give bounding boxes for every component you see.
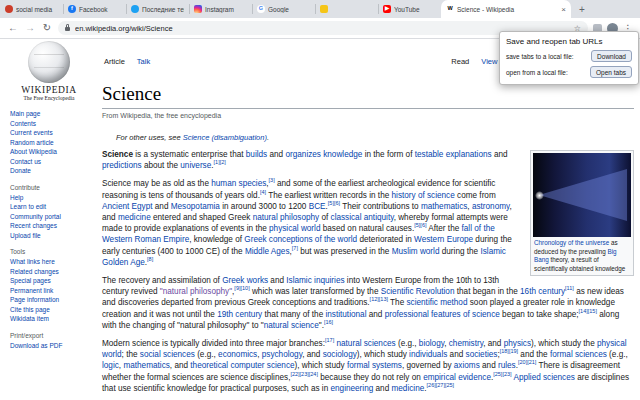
wiki-link[interactable]: organizes knowledge — [285, 150, 362, 159]
sidebar-link[interactable]: Learn to edit — [10, 202, 88, 212]
wiki-link[interactable]: history of science — [392, 191, 455, 200]
sidebar-link[interactable]: Contents — [10, 119, 88, 129]
wiki-link[interactable]: formal systems — [347, 361, 402, 370]
universe-chronology-image[interactable] — [533, 153, 631, 237]
popup-button-download[interactable]: Download — [591, 50, 632, 62]
wiki-link[interactable]: natural sciences — [336, 339, 395, 348]
tab-close-icon[interactable]: × — [561, 5, 566, 14]
reference-link[interactable]: [14] — [579, 308, 588, 314]
wiki-link[interactable]: sociology — [323, 350, 357, 359]
new-tab-button[interactable]: + — [575, 2, 589, 16]
wiki-link[interactable]: natural philosophy — [253, 213, 319, 222]
sidebar-link[interactable]: Main page — [10, 109, 88, 119]
sidebar-link[interactable]: Page information — [10, 295, 88, 305]
popup-button-open-tabs[interactable]: Open tabs — [590, 66, 632, 78]
wiki-link[interactable]: psychology — [262, 350, 302, 359]
browser-tab[interactable]: Последние темы / Тви — [126, 0, 189, 18]
reference-link[interactable]: [27] — [436, 382, 445, 388]
wiki-link[interactable]: Greek works — [222, 276, 268, 285]
reference-link[interactable]: [24] — [309, 371, 318, 377]
reference-link[interactable]: [11] — [565, 286, 574, 292]
page-tab-article[interactable]: Article — [104, 57, 125, 66]
wiki-link[interactable]: physical world — [269, 224, 320, 233]
wiki-link[interactable]: engineering — [330, 384, 373, 393]
wiki-link[interactable]: mathematics — [421, 202, 467, 211]
sidebar-link[interactable]: Special pages — [10, 276, 88, 286]
sidebar-link[interactable]: About Wikipedia — [10, 147, 88, 157]
wiki-link[interactable]: theoretical computer science — [190, 361, 294, 370]
wiki-link[interactable]: Chronology of the universe — [534, 239, 609, 246]
wiki-link[interactable]: Scientific Revolution — [381, 287, 455, 296]
wiki-link[interactable]: scientific method — [407, 298, 468, 307]
wiki-link[interactable]: Western Europe — [414, 235, 473, 244]
reference-link[interactable]: [15] — [588, 308, 597, 314]
sidebar-link[interactable]: Current events — [10, 128, 88, 138]
wiki-link[interactable]: Science (disambiguation) — [183, 133, 267, 142]
reference-link[interactable]: [17] — [325, 337, 334, 343]
reference-link[interactable]: [2] — [220, 159, 226, 165]
wiki-link[interactable]: chemistry — [449, 339, 483, 348]
reference-link[interactable]: [21] — [527, 360, 536, 366]
wiki-link[interactable]: astronomy — [472, 202, 510, 211]
sidebar-link[interactable]: Community portal — [10, 212, 88, 222]
reference-link[interactable]: [22] — [290, 371, 299, 377]
reload-button[interactable]: ↻ — [41, 23, 53, 33]
wiki-link[interactable]: empirical evidence — [423, 373, 491, 382]
wiki-link[interactable]: Greek conceptions of the world — [244, 235, 357, 244]
url-text[interactable]: en.wikipedia.org/wiki/Science — [75, 24, 569, 33]
wiki-link[interactable]: BCE — [309, 202, 326, 211]
wiki-link[interactable]: Islamic inquiries — [286, 276, 344, 285]
wiki-link[interactable]: rules — [498, 361, 516, 370]
sidebar-link[interactable]: Permanent link — [10, 286, 88, 296]
wiki-link[interactable]: 19th century — [217, 310, 262, 319]
back-button[interactable]: ← — [7, 23, 19, 33]
sidebar-link[interactable]: What links here — [10, 257, 88, 267]
wiki-link[interactable]: individuals — [409, 350, 447, 359]
wiki-link[interactable]: physics — [504, 339, 531, 348]
wiki-link[interactable]: professional features of science — [385, 310, 500, 319]
wiki-link[interactable]: builds — [246, 150, 267, 159]
reference-link[interactable]: [20] — [518, 360, 527, 366]
wiki-link[interactable]: institutional — [325, 310, 366, 319]
wiki-link[interactable]: Ancient Egypt — [102, 202, 153, 211]
sidebar-link[interactable]: Random article — [10, 138, 88, 148]
browser-tab[interactable]: social media — [0, 0, 63, 18]
wiki-link[interactable]: human species — [211, 179, 266, 188]
wiki-link[interactable]: economics — [218, 350, 257, 359]
wiki-link[interactable]: Mesopotamia — [171, 202, 220, 211]
reference-link[interactable]: [19] — [509, 349, 518, 355]
wiki-link[interactable]: "natural philosophy" — [160, 287, 232, 296]
wiki-link[interactable]: biology — [419, 339, 444, 348]
wiki-link[interactable]: medicine — [118, 213, 151, 222]
wikipedia-globe-logo[interactable] — [28, 41, 70, 83]
page-tab-talk[interactable]: Talk — [137, 57, 150, 66]
wiki-link[interactable]: social sciences — [140, 350, 195, 359]
reference-link[interactable]: [23] — [300, 371, 309, 377]
wiki-link[interactable]: natural science — [264, 321, 319, 330]
forward-button[interactable]: → — [24, 23, 36, 33]
wiki-link[interactable]: axioms — [454, 361, 480, 370]
wiki-link[interactable]: 16th century — [520, 287, 565, 296]
reference-link[interactable]: [12] — [370, 297, 379, 303]
browser-tab[interactable]: ▶YouTube — [378, 0, 441, 18]
reference-link[interactable]: [25] — [445, 382, 454, 388]
wiki-link[interactable]: predictions — [102, 161, 142, 170]
wiki-link[interactable]: logic — [102, 361, 119, 370]
wiki-link[interactable]: Middle Ages — [245, 247, 290, 256]
sidebar-link[interactable]: Wikidata item — [10, 314, 88, 324]
sidebar-link[interactable]: Download as PDF — [10, 341, 88, 351]
sidebar-link[interactable]: Cite this page — [10, 305, 88, 315]
sidebar-link[interactable]: Related changes — [10, 267, 88, 277]
reference-link[interactable]: [23] — [502, 371, 511, 377]
wiki-link[interactable]: Muslim world — [392, 247, 440, 256]
wiki-link[interactable]: universe — [180, 161, 211, 170]
sidebar-link[interactable]: Help — [10, 193, 88, 203]
sidebar-link[interactable]: Recent changes — [10, 221, 88, 231]
wiki-link[interactable]: Applied sciences — [513, 373, 574, 382]
reference-link[interactable]: [18] — [500, 349, 509, 355]
browser-tab[interactable] — [315, 0, 378, 18]
sidebar-link[interactable]: Upload file — [10, 231, 88, 241]
browser-tab[interactable]: GGoogle — [252, 0, 315, 18]
browser-tab[interactable]: Instagram — [189, 0, 252, 18]
reference-link[interactable]: [16] — [324, 319, 333, 325]
